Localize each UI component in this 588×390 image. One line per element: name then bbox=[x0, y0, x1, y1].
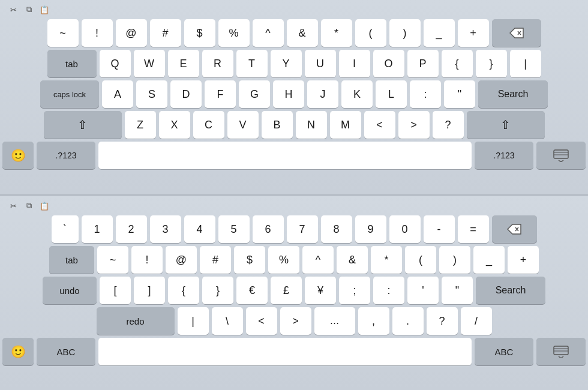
key-ellipsis[interactable]: … bbox=[314, 307, 355, 335]
key-o[interactable]: O bbox=[373, 50, 404, 77]
key-0[interactable]: 0 bbox=[389, 215, 421, 243]
key-g[interactable]: G bbox=[239, 80, 270, 108]
key-i[interactable]: I bbox=[339, 50, 370, 77]
key-colon[interactable]: : bbox=[410, 80, 441, 108]
key-comma[interactable]: , bbox=[358, 307, 389, 335]
key-amp[interactable]: & bbox=[287, 19, 318, 47]
key-z[interactable]: Z bbox=[125, 111, 156, 139]
key-hide-kb-2[interactable] bbox=[536, 338, 586, 365]
key-yen[interactable]: ¥ bbox=[305, 277, 336, 304]
key-t[interactable]: T bbox=[236, 50, 268, 77]
key-lbrace[interactable]: { bbox=[442, 50, 473, 77]
key-w[interactable]: W bbox=[134, 50, 165, 77]
key-pipe[interactable]: | bbox=[510, 50, 541, 77]
key-e[interactable]: E bbox=[168, 50, 199, 77]
key-percent[interactable]: % bbox=[218, 19, 250, 47]
key-a[interactable]: A bbox=[102, 80, 133, 108]
key-percent-2[interactable]: % bbox=[268, 246, 299, 274]
key-lparen[interactable]: ( bbox=[355, 19, 386, 47]
key-dollar-2[interactable]: $ bbox=[234, 246, 265, 274]
key-rbracket[interactable]: ] bbox=[134, 277, 165, 304]
key-abc-left[interactable]: ABC bbox=[37, 338, 95, 365]
key-redo[interactable]: redo bbox=[97, 307, 175, 335]
key-b[interactable]: B bbox=[262, 111, 293, 139]
key-7[interactable]: 7 bbox=[287, 215, 318, 243]
key-rbrace-2[interactable]: } bbox=[202, 277, 233, 304]
key-caret[interactable]: ^ bbox=[253, 19, 284, 47]
key-tilde-2[interactable]: ~ bbox=[97, 246, 128, 274]
key-tab-2[interactable]: tab bbox=[49, 246, 94, 274]
key-lparen-2[interactable]: ( bbox=[405, 246, 436, 274]
key-plus-2[interactable]: + bbox=[508, 246, 539, 274]
key-dollar[interactable]: $ bbox=[184, 19, 215, 47]
key-rparen[interactable]: ) bbox=[389, 19, 421, 47]
key-hide-kb-1[interactable] bbox=[536, 142, 586, 169]
key-shift-right-1[interactable]: ⇧ bbox=[467, 111, 545, 139]
key-1[interactable]: 1 bbox=[82, 215, 113, 243]
key-dotq123-right[interactable]: .?123 bbox=[475, 142, 533, 169]
key-dquote[interactable]: " bbox=[444, 80, 475, 108]
key-gt[interactable]: > bbox=[398, 111, 430, 139]
copy-icon-2[interactable]: ⧉ bbox=[23, 201, 35, 211]
key-minus[interactable]: - bbox=[424, 215, 455, 243]
key-j[interactable]: J bbox=[307, 80, 338, 108]
key-colon-2[interactable]: : bbox=[373, 277, 404, 304]
key-lbracket[interactable]: [ bbox=[100, 277, 131, 304]
key-lt-2[interactable]: < bbox=[246, 307, 277, 335]
key-x[interactable]: X bbox=[159, 111, 190, 139]
key-v[interactable]: V bbox=[227, 111, 259, 139]
key-caret-2[interactable]: ^ bbox=[302, 246, 334, 274]
key-search-2[interactable]: Search bbox=[476, 277, 545, 304]
key-hash[interactable]: # bbox=[150, 19, 181, 47]
key-lbrace-2[interactable]: { bbox=[168, 277, 199, 304]
key-euro[interactable]: € bbox=[236, 277, 268, 304]
key-amp-2[interactable]: & bbox=[337, 246, 368, 274]
key-search-1[interactable]: Search bbox=[478, 80, 548, 108]
key-abc-right[interactable]: ABC bbox=[475, 338, 533, 365]
key-4[interactable]: 4 bbox=[184, 215, 215, 243]
key-backspace-2[interactable] bbox=[492, 215, 537, 243]
key-3[interactable]: 3 bbox=[150, 215, 181, 243]
key-q[interactable]: Q bbox=[100, 50, 131, 77]
key-underscore[interactable]: _ bbox=[424, 19, 455, 47]
key-emoji-1[interactable]: 🙂 bbox=[2, 142, 34, 169]
key-semicolon[interactable]: ; bbox=[339, 277, 370, 304]
key-c[interactable]: C bbox=[193, 111, 224, 139]
key-space-2[interactable] bbox=[98, 338, 472, 365]
cut-icon[interactable]: ✂ bbox=[7, 5, 19, 14]
paste-icon-2[interactable]: 📋 bbox=[38, 201, 50, 211]
key-at[interactable]: @ bbox=[116, 19, 147, 47]
key-tab-1[interactable]: tab bbox=[47, 50, 97, 77]
key-rbrace[interactable]: } bbox=[476, 50, 507, 77]
key-m[interactable]: M bbox=[330, 111, 361, 139]
key-rparen-2[interactable]: ) bbox=[439, 246, 470, 274]
key-space-1[interactable] bbox=[98, 142, 472, 169]
key-slash[interactable]: / bbox=[461, 307, 492, 335]
key-tilde[interactable]: ~ bbox=[47, 19, 79, 47]
key-backslash[interactable]: \ bbox=[212, 307, 243, 335]
key-k[interactable]: K bbox=[341, 80, 373, 108]
key-2[interactable]: 2 bbox=[116, 215, 147, 243]
key-l[interactable]: L bbox=[376, 80, 407, 108]
key-hash-2[interactable]: # bbox=[200, 246, 231, 274]
key-star[interactable]: * bbox=[321, 19, 352, 47]
key-period[interactable]: . bbox=[392, 307, 424, 335]
key-shift-left-1[interactable]: ⇧ bbox=[44, 111, 122, 139]
key-backtick[interactable]: ` bbox=[52, 215, 79, 243]
key-s[interactable]: S bbox=[136, 80, 167, 108]
key-gt-2[interactable]: > bbox=[280, 307, 311, 335]
copy-icon[interactable]: ⧉ bbox=[23, 5, 35, 14]
paste-icon[interactable]: 📋 bbox=[38, 5, 50, 14]
key-p[interactable]: P bbox=[407, 50, 439, 77]
key-5[interactable]: 5 bbox=[218, 215, 250, 243]
key-dquote-2[interactable]: " bbox=[442, 277, 473, 304]
key-exclaim-2[interactable]: ! bbox=[131, 246, 163, 274]
key-6[interactable]: 6 bbox=[253, 215, 284, 243]
key-u[interactable]: U bbox=[305, 50, 336, 77]
key-star-2[interactable]: * bbox=[371, 246, 402, 274]
key-r[interactable]: R bbox=[202, 50, 233, 77]
key-caps-lock[interactable]: caps lock bbox=[40, 80, 99, 108]
key-question[interactable]: ? bbox=[433, 111, 464, 139]
key-d[interactable]: D bbox=[170, 80, 202, 108]
key-h[interactable]: H bbox=[273, 80, 304, 108]
